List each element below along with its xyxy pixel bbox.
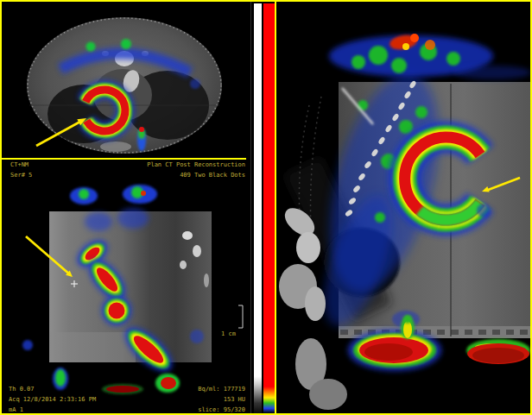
recon-label: Plan CT Post Reconstruction [97,161,245,168]
pet-uptake-spot [86,42,96,52]
colorbar-strip [246,2,276,415]
coronal-bone-spot [204,274,209,287]
pet-color-scale-bar[interactable] [263,3,275,413]
coronal-hotspot-3 [102,296,131,325]
fusion-viewer-window: CT+NM Ser# 5 Plan CT Post Reconstruction… [0,0,532,415]
scale-label: 1 cm [221,330,236,337]
ct-grayscale-colorbar[interactable] [254,3,262,413]
coronal-ct-shade [49,332,136,362]
pet-uptake-top-band [329,33,531,79]
pet-uptake [117,208,149,229]
panel-separator-line [2,158,255,160]
bqml-value: Bq/ml: 177719 [123,386,245,393]
hu-value: 153 HU [123,396,245,403]
series-number-label: Ser# 5 [10,172,32,179]
sagittal-image [276,2,532,415]
coronal-bone-spot [182,231,193,240]
coronal-fused-viewport[interactable] [2,160,246,415]
modality-label: CT+NM [10,161,28,168]
slice-indicator: slice: 95/320 [123,406,245,413]
pet-uptake [85,212,112,231]
coronal-image [2,160,246,415]
acquisition-label: Acq 12/8/2014 2:33:16 PM [9,396,96,403]
pet-uptake-top-blobs [70,185,157,204]
pet-uptake-spot [190,79,200,89]
pet-uptake-bottom-right [466,339,530,364]
panel-edge-line [250,2,251,415]
pet-uptake [22,340,33,350]
ma-label: mA 1 [9,406,23,413]
coronal-bone-spot [193,245,201,257]
axial-fused-viewport[interactable] [2,2,246,158]
series-desc-label: 409 Two Black Dots [97,172,245,179]
axial-sternum [100,141,131,152]
axial-image [2,2,246,158]
pet-uptake-spot [121,39,131,49]
coronal-bone-spot [180,261,187,269]
pet-uptake [190,330,204,343]
scale-bracket [238,305,243,328]
threshold-label: Th 0.07 [9,386,35,393]
sagittal-fused-viewport[interactable] [276,2,532,415]
